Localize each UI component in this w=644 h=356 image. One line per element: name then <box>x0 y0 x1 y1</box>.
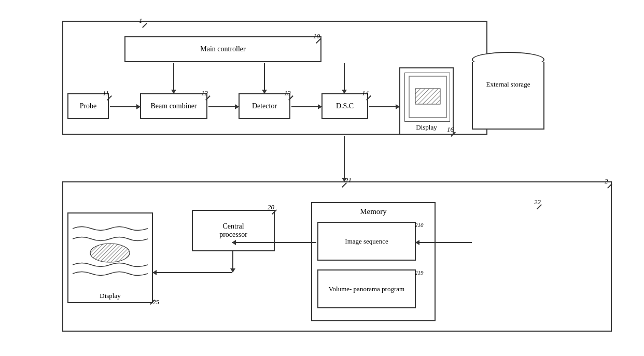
arrow-bc-det <box>208 106 239 107</box>
main-controller-label: Main controller <box>200 45 245 53</box>
display-bottom-label: Display <box>100 292 120 300</box>
ref10-label: 10 <box>313 32 320 40</box>
probe-label: Probe <box>80 102 97 110</box>
ref21-label: 21 <box>345 176 352 184</box>
arrow-mc-dsc <box>344 63 345 93</box>
ref25-label: 25 <box>152 298 159 306</box>
vol-panorama-label: Volume- panorama program <box>329 285 404 293</box>
central-processor-label: Central processor <box>219 222 247 239</box>
ref219-label: 219 <box>415 269 424 276</box>
diagram: 1 Main controller 10 Probe 11 Beam combi… <box>21 10 622 342</box>
arrow-cp-down <box>232 251 233 272</box>
dsc-box: D.S.C <box>321 93 368 119</box>
display-bottom-image <box>73 216 148 288</box>
memory-label: Memory <box>360 207 387 216</box>
arrow-cp-display <box>153 272 232 273</box>
ref13-label: 13 <box>284 89 291 97</box>
vol-panorama-box: Volume- panorama program <box>317 269 416 308</box>
detector-box: Detector <box>239 93 290 119</box>
ref20-label: 20 <box>268 203 274 211</box>
arrow-det-dsc <box>291 106 321 107</box>
arrow-imgseq-cp <box>232 242 316 243</box>
display-top-label: Display <box>416 123 437 132</box>
arrow-mc-det <box>264 63 265 93</box>
arrow-ext-memory <box>416 242 472 243</box>
image-sequence-label: Image sequence <box>345 237 388 246</box>
ref2-label: 2 <box>605 177 608 186</box>
dsc-label: D.S.C <box>336 102 354 110</box>
display-bottom-box: Display <box>67 212 153 303</box>
display-top-box: Display <box>399 67 454 135</box>
display-top-image <box>405 73 450 122</box>
image-sequence-box: Image sequence <box>317 222 416 261</box>
external-storage-label: External storage <box>472 80 544 89</box>
arrow-dsc-memory <box>344 136 345 181</box>
arrow-mc-bc <box>173 63 174 93</box>
arrow-probe-bc <box>110 106 140 107</box>
ref22-label: 22 <box>534 198 541 206</box>
ref14-label: 14 <box>362 89 369 97</box>
beam-combiner-label: Beam combiner <box>150 102 197 110</box>
ref16-label: 16 <box>447 125 454 134</box>
ref210-label: 210 <box>415 222 424 228</box>
arrow-dsc-display <box>369 106 399 107</box>
external-storage: External storage <box>472 52 544 135</box>
ref12-label: 12 <box>201 89 208 97</box>
detector-label: Detector <box>252 102 277 110</box>
beam-combiner-box: Beam combiner <box>140 93 207 119</box>
svg-rect-2 <box>415 89 440 104</box>
svg-point-5 <box>90 244 130 262</box>
central-processor-box: Central processor <box>192 210 275 251</box>
main-controller-box: Main controller <box>124 36 321 62</box>
ref11-label: 11 <box>103 89 109 97</box>
ref1-label: 1 <box>139 17 143 25</box>
